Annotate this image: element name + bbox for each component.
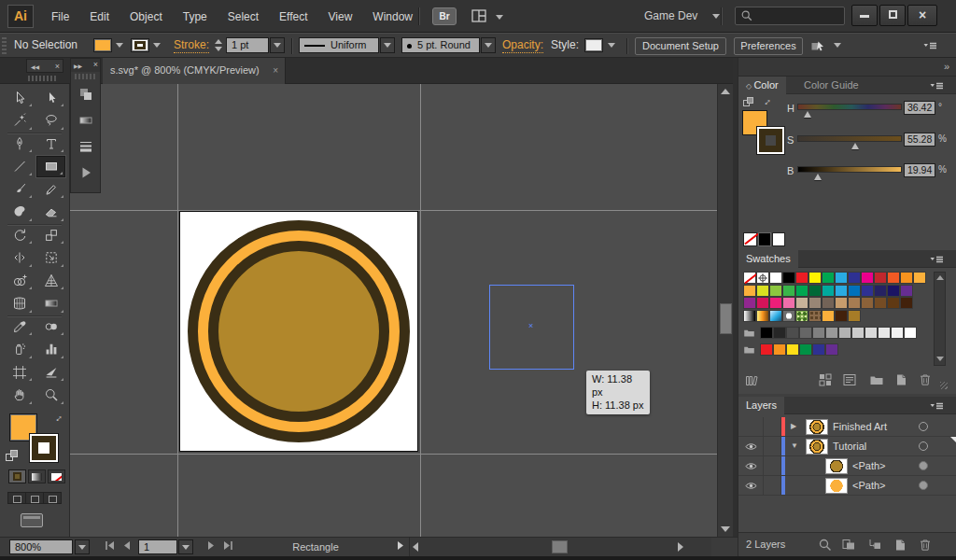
tool-pen[interactable] — [5, 133, 34, 154]
tool-slice[interactable] — [36, 361, 65, 383]
swatch-c69c6d[interactable] — [835, 297, 848, 309]
strip-header[interactable]: ▶▶× — [71, 59, 100, 72]
expand-layer-icon[interactable]: ▶ — [791, 422, 796, 430]
swatch-fbb03b[interactable] — [913, 272, 926, 284]
minimize-button[interactable] — [851, 5, 878, 26]
tab-swatches[interactable]: Swatches — [738, 250, 798, 268]
swatch-d9d9d9[interactable] — [865, 327, 878, 339]
tool-gradient[interactable] — [36, 293, 65, 315]
tool-shape-builder[interactable] — [5, 270, 34, 291]
swatch-000000[interactable] — [760, 327, 773, 339]
swatch-00a651[interactable] — [822, 272, 835, 284]
lock-toggle[interactable] — [764, 417, 781, 436]
swatch-42210b[interactable] — [900, 297, 913, 309]
close-icon[interactable]: × — [93, 60, 98, 69]
tool-column-graph[interactable] — [36, 339, 65, 360]
locate-object-icon[interactable] — [818, 538, 833, 553]
swatch-2e3192[interactable] — [861, 285, 874, 297]
control-bar-grip[interactable] — [2, 37, 7, 54]
document-setup-button[interactable]: Document Setup — [635, 37, 726, 55]
swatch-4d4d4d[interactable] — [786, 327, 799, 339]
swatch-736357[interactable] — [822, 297, 835, 309]
swatch-grad-blue[interactable] — [769, 310, 782, 322]
draw-behind-icon[interactable] — [26, 493, 44, 503]
last-artboard-button[interactable] — [220, 540, 234, 553]
tool-eyedropper[interactable] — [5, 315, 34, 337]
layer-thumbnail[interactable] — [806, 439, 828, 455]
swatch-00a99d[interactable] — [822, 285, 835, 297]
swatch-29abe2[interactable] — [835, 272, 848, 284]
brightness-slider-track[interactable] — [797, 166, 902, 173]
arrange-documents-button[interactable] — [471, 8, 499, 24]
new-sublayer-icon[interactable] — [867, 538, 882, 553]
menu-select[interactable]: Select — [218, 10, 269, 23]
tool-type[interactable] — [36, 133, 65, 154]
swatch-262626[interactable] — [773, 327, 786, 339]
layer-target-icon[interactable] — [919, 461, 928, 470]
none-mode-button[interactable] — [48, 469, 65, 483]
stroke-icon[interactable] — [78, 139, 93, 154]
horizontal-scrollbar[interactable] — [409, 538, 711, 557]
layer-name[interactable]: Finished Art — [833, 417, 887, 436]
swatch-2e3192[interactable] — [848, 272, 861, 284]
swatch-options-icon[interactable] — [842, 372, 857, 387]
swatch-662d91[interactable] — [900, 285, 913, 297]
swap-fill-stroke-icon[interactable]: ↔ — [758, 93, 773, 108]
scroll-up-icon[interactable] — [718, 84, 733, 98]
new-color-group-icon[interactable] — [869, 372, 884, 387]
lock-toggle[interactable] — [764, 437, 781, 455]
swatch-fbb03b[interactable] — [822, 310, 835, 322]
hue-slider-thumb[interactable] — [804, 111, 811, 118]
menu-file[interactable]: File — [41, 10, 79, 23]
tool-blend[interactable] — [36, 315, 65, 337]
document-tab[interactable]: s.svg* @ 800% (CMYK/Preview) × — [103, 58, 286, 84]
pathfinder-icon[interactable] — [78, 87, 93, 102]
strip-grip[interactable] — [75, 74, 97, 79]
bridge-button[interactable]: Br — [432, 7, 457, 25]
tab-color[interactable]: ◇ Color — [738, 77, 786, 94]
layer-target-icon[interactable] — [919, 481, 928, 490]
layer-thumbnail[interactable] — [806, 419, 828, 435]
swatch-1b1464[interactable] — [887, 285, 900, 297]
tool-selection[interactable] — [5, 87, 34, 108]
swatch-662d91[interactable] — [825, 343, 838, 356]
width-profile-dropdown[interactable] — [380, 37, 395, 53]
white-swatch[interactable] — [772, 232, 785, 246]
swatch-none[interactable] — [743, 272, 756, 284]
layer-target-icon[interactable] — [919, 422, 928, 431]
swatch-009245[interactable] — [799, 343, 812, 356]
status-field[interactable]: Rectangle — [241, 538, 390, 556]
color-panel-menu-icon[interactable] — [929, 79, 948, 91]
scroll-up-icon[interactable] — [936, 275, 944, 280]
swatch-grad-orange[interactable] — [756, 310, 769, 322]
swatch-e6e6e6[interactable] — [878, 327, 891, 339]
default-fill-stroke-icon[interactable] — [6, 450, 21, 463]
app-logo[interactable]: Ai — [7, 5, 34, 28]
zoom-level-dropdown[interactable] — [75, 539, 90, 554]
swatch-f7931e[interactable] — [773, 343, 786, 356]
swatches-scrollbar[interactable] — [934, 272, 946, 366]
swatch-c1272d[interactable] — [874, 272, 887, 284]
swatch-cccccc[interactable] — [851, 327, 865, 339]
swatch-29abe2[interactable] — [835, 285, 848, 297]
document-tab-close-icon[interactable]: × — [273, 58, 278, 83]
visibility-toggle[interactable] — [738, 476, 764, 495]
tool-scale[interactable] — [36, 224, 65, 245]
panel-resize-grip[interactable] — [940, 382, 948, 389]
layer-thumbnail[interactable] — [825, 458, 848, 474]
tool-blob-brush[interactable] — [5, 202, 34, 223]
tool-direct-selection[interactable] — [36, 87, 65, 108]
coin-artwork[interactable] — [180, 212, 417, 451]
swatch-ec008c[interactable] — [861, 272, 874, 284]
swatch-666666[interactable] — [799, 327, 812, 339]
draw-inside-icon[interactable] — [44, 493, 61, 503]
swatch-998675[interactable] — [808, 297, 822, 309]
style-swatch[interactable] — [584, 38, 603, 52]
vertical-scroll-thumb[interactable] — [720, 303, 732, 334]
tab-layers[interactable]: Layers — [738, 397, 784, 414]
next-artboard-button[interactable] — [204, 540, 218, 553]
swatch-ed1c24[interactable] — [760, 343, 773, 356]
swatch-92278f[interactable] — [743, 297, 756, 309]
scroll-left-icon[interactable] — [413, 542, 418, 552]
lock-toggle[interactable] — [764, 476, 781, 495]
